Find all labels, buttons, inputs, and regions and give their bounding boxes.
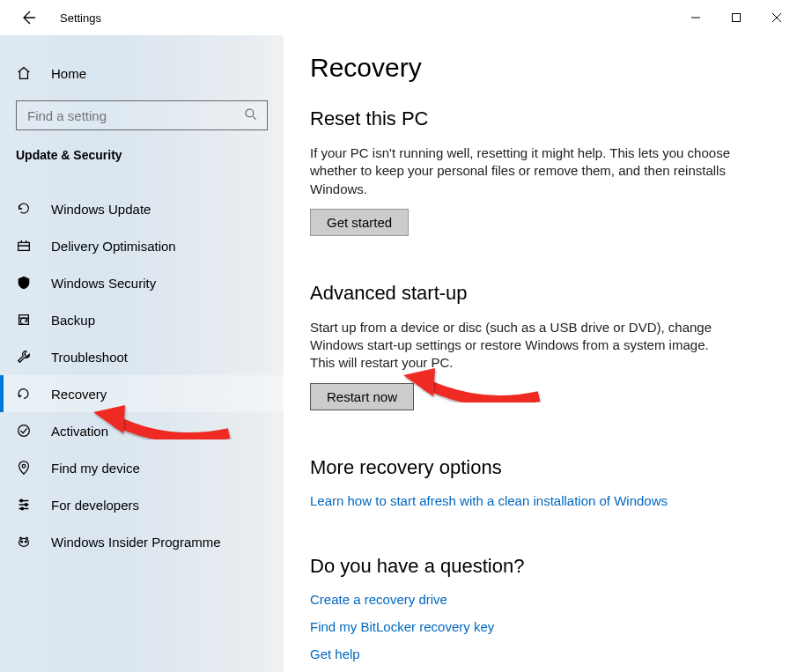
sidebar-category: Update & Security [0, 148, 284, 162]
minimize-button[interactable] [675, 0, 716, 35]
nav-label: Activation [51, 424, 108, 439]
main-panel: Recovery Reset this PC If your PC isn't … [284, 35, 797, 672]
close-button[interactable] [756, 0, 797, 35]
get-started-button[interactable]: Get started [310, 209, 409, 236]
advanced-body: Start up from a device or disc (such as … [310, 319, 733, 373]
check-icon [16, 423, 35, 439]
nav-windows-update[interactable]: Windows Update [0, 190, 284, 227]
nav-activation[interactable]: Activation [0, 412, 284, 449]
nav-backup[interactable]: Backup [0, 301, 284, 338]
nav-label: Windows Insider Programme [51, 535, 221, 550]
nav-label: Recovery [51, 387, 107, 402]
nav-find-my-device[interactable]: Find my device [0, 449, 284, 486]
backup-icon [16, 312, 35, 328]
page-title: Recovery [310, 53, 771, 83]
create-recovery-drive-link[interactable]: Create a recovery drive [310, 592, 771, 607]
svg-point-5 [20, 499, 23, 502]
nav-label: Windows Security [51, 276, 156, 291]
nav-label: For developers [51, 498, 139, 513]
nav-delivery-optimisation[interactable]: Delivery Optimisation [0, 227, 284, 264]
search-box[interactable] [16, 100, 268, 130]
recovery-icon [16, 386, 35, 402]
svg-point-8 [19, 538, 29, 546]
svg-point-7 [21, 507, 24, 510]
advanced-heading: Advanced start-up [310, 282, 771, 305]
search-icon [240, 107, 262, 124]
shield-icon [16, 275, 35, 291]
svg-point-3 [18, 425, 30, 437]
window-title: Settings [60, 11, 101, 25]
svg-rect-0 [733, 14, 741, 22]
nav-insider-programme[interactable]: Windows Insider Programme [0, 523, 284, 560]
nav-for-developers[interactable]: For developers [0, 486, 284, 523]
nav-label: Windows Update [51, 202, 151, 217]
more-heading: More recovery options [310, 456, 771, 479]
sidebar: Home Update & Security Windows Update De… [0, 35, 284, 672]
nav-label: Find my device [51, 461, 140, 476]
svg-point-10 [25, 541, 26, 543]
search-input[interactable] [26, 107, 240, 124]
home-icon [16, 65, 35, 81]
nav-label: Troubleshoot [51, 350, 128, 365]
nav-troubleshoot[interactable]: Troubleshoot [0, 338, 284, 375]
sliders-icon [16, 497, 35, 513]
svg-point-9 [21, 541, 23, 543]
restart-now-button[interactable]: Restart now [310, 383, 414, 410]
nav-recovery[interactable]: Recovery [0, 375, 284, 412]
update-icon [16, 201, 35, 217]
svg-point-6 [25, 504, 27, 506]
nav-windows-security[interactable]: Windows Security [0, 264, 284, 301]
reset-heading: Reset this PC [310, 107, 771, 130]
fresh-install-link[interactable]: Learn how to start afresh with a clean i… [310, 493, 668, 508]
nav-label: Backup [51, 313, 95, 328]
insider-icon [16, 534, 35, 550]
maximize-button[interactable] [716, 0, 756, 35]
delivery-icon [16, 238, 35, 254]
svg-point-4 [22, 464, 26, 468]
nav-home-label: Home [51, 66, 86, 81]
bitlocker-key-link[interactable]: Find my BitLocker recovery key [310, 619, 771, 634]
question-heading: Do you have a question? [310, 555, 771, 578]
back-button[interactable] [14, 9, 42, 26]
get-help-link[interactable]: Get help [310, 646, 771, 661]
nav-label: Delivery Optimisation [51, 239, 176, 254]
nav-home[interactable]: Home [0, 62, 284, 85]
location-icon [16, 460, 35, 476]
svg-rect-2 [18, 242, 30, 250]
wrench-icon [16, 349, 35, 365]
svg-point-1 [246, 109, 254, 117]
reset-body: If your PC isn't running well, resetting… [310, 144, 733, 198]
